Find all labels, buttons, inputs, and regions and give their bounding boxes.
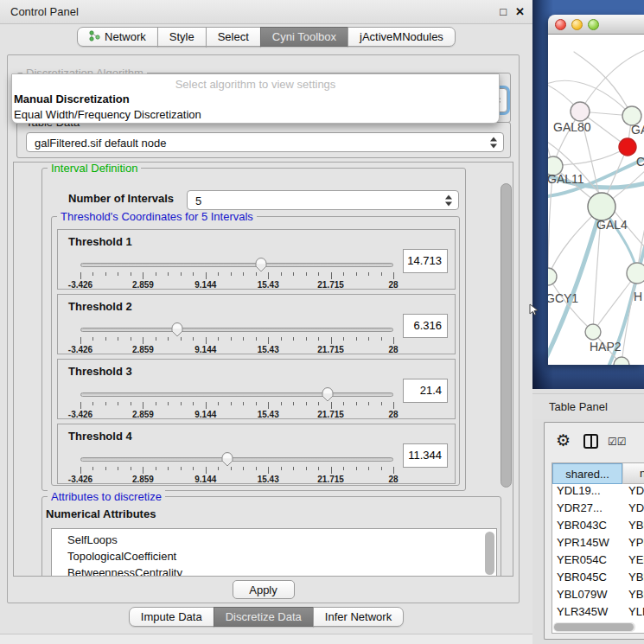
split-view-icon[interactable]	[583, 434, 598, 449]
network-window-titlebar[interactable]	[548, 15, 644, 35]
tab-impute-data[interactable]: Impute Data	[129, 607, 214, 627]
attribute-item-betweennesscentrality[interactable]: BetweennessCentrality	[67, 564, 496, 577]
slider-thumb[interactable]	[171, 322, 183, 337]
tick-mark	[168, 272, 169, 276]
tab-style[interactable]: Style	[157, 27, 207, 47]
table-row[interactable]: YDR27...YDR2	[552, 501, 644, 519]
zoom-traffic-light-icon[interactable]	[588, 19, 599, 30]
apply-button[interactable]: Apply	[233, 580, 295, 599]
tick-label: -3.426	[68, 475, 92, 484]
tick-mark	[231, 467, 232, 470]
tab-jactivemnodules[interactable]: jActiveMNodules	[348, 27, 456, 47]
tab-select[interactable]: Select	[206, 27, 261, 47]
table-cell: YPR1	[622, 536, 644, 553]
tick-mark	[143, 337, 143, 344]
tick-mark	[393, 467, 394, 474]
slider-thumb[interactable]	[221, 452, 233, 467]
hscrollbar-thumb[interactable]	[554, 623, 634, 631]
network-edge[interactable]	[622, 273, 637, 365]
table-column-header-2[interactable]: na	[622, 463, 644, 484]
threshold-panel: Threshold 3-3.4262.8599.14415.4321.71528…	[57, 359, 456, 419]
table-hscrollbar[interactable]	[553, 622, 635, 632]
tick-mark	[156, 272, 156, 276]
table-panel-title: Table Panel	[549, 400, 608, 413]
threshold-value-field[interactable]: 21.4	[403, 379, 448, 403]
tab-cyni-toolbox[interactable]: Cyni Toolbox	[260, 27, 348, 47]
table-row[interactable]: YBL079WYBL0	[552, 588, 644, 605]
list-scrollbar[interactable]	[485, 532, 494, 575]
table-row[interactable]: YPR145WYPR1	[552, 536, 644, 553]
network-node-gal80[interactable]	[571, 102, 590, 121]
network-node-gal4[interactable]	[588, 193, 615, 220]
table-cell: YLR3	[622, 605, 644, 622]
table-rows: YDL19...YDL1YDR27...YDR2YBR043CYBR0YPR14…	[552, 484, 644, 622]
num-intervals-combo[interactable]: 5	[187, 190, 459, 210]
tick-mark	[131, 337, 131, 341]
tick-mark	[356, 467, 357, 470]
tick-label: 15.43	[258, 280, 279, 290]
network-node-label: GAL11	[548, 172, 584, 186]
tick-mark	[218, 467, 219, 470]
network-node-red-node[interactable]	[619, 138, 636, 156]
network-edge[interactable]	[580, 48, 644, 112]
tick-mark	[193, 337, 194, 341]
threshold-slider[interactable]: -3.4262.8599.14415.4321.71528	[80, 321, 393, 354]
thresholds-group: Threshold's Coordinates for 5 Intervals …	[51, 216, 460, 486]
select-columns-icon[interactable]: ☑☑	[608, 436, 627, 448]
interval-definition-group: Interval Definition Number of Intervals …	[41, 168, 466, 491]
slider-thumb[interactable]	[255, 258, 267, 272]
network-icon	[89, 30, 100, 44]
threshold-value-field[interactable]: 14.713	[403, 249, 448, 273]
popup-hint: Select algorithm to view settings	[12, 77, 499, 92]
tick-mark	[92, 272, 93, 276]
tick-mark	[343, 467, 344, 470]
network-node-gcy1[interactable]	[548, 268, 557, 285]
table-row[interactable]: YBR043CYBR0	[552, 519, 644, 536]
popup-option-manual-discretization[interactable]: Manual Discretization	[12, 92, 499, 107]
table-row[interactable]: YBR045CYBR0	[552, 571, 644, 588]
attributes-group-title: Attributes to discretize	[48, 490, 165, 503]
threshold-value-field[interactable]: 6.316	[403, 314, 448, 338]
threshold-label: Threshold 4	[68, 430, 132, 443]
table-header-row: shared...na	[552, 463, 644, 484]
attribute-item-selfloops[interactable]: SelfLoops	[67, 532, 496, 548]
slider-track	[80, 457, 393, 462]
mouse-cursor	[529, 303, 539, 316]
tick-mark	[243, 467, 244, 470]
threshold-value-field[interactable]: 11.344	[403, 443, 448, 468]
tick-label: 9.144	[194, 475, 216, 484]
close-icon[interactable]: ✕	[515, 5, 525, 18]
table-data-combo[interactable]: galFiltered.sif default node	[26, 132, 504, 152]
table-row[interactable]: YER054CYER0	[552, 553, 644, 571]
network-node-h[interactable]	[627, 263, 644, 284]
tick-mark	[393, 272, 394, 279]
threshold-slider[interactable]: -3.4262.8599.14415.4321.71528	[80, 386, 393, 418]
threshold-label: Threshold 2	[68, 300, 132, 313]
network-canvas[interactable]: GAL80GACGAL11GAL4GCY1HHAP2	[548, 35, 644, 365]
table-row[interactable]: YLR345WYLR3	[552, 605, 644, 622]
threshold-slider[interactable]: -3.4262.8599.14415.4321.71528	[80, 256, 393, 289]
popup-option-equal-width-frequency-discretization[interactable]: Equal Width/Frequency Discretization	[12, 107, 499, 123]
gear-icon[interactable]: ⚙	[556, 430, 571, 450]
tick-label: 15.43	[258, 410, 279, 419]
screen: Control Panel □ ✕ NetworkStyleSelectCyni…	[0, 0, 644, 644]
tick-mark	[368, 337, 369, 341]
float-window-icon[interactable]: □	[500, 5, 507, 18]
tab-infer-network[interactable]: Infer Network	[313, 607, 404, 627]
panel-scrollbar[interactable]	[501, 183, 512, 488]
tick-mark	[268, 272, 269, 279]
slider-thumb[interactable]	[322, 387, 334, 402]
table-cell: YDL1	[622, 484, 644, 501]
numerical-attributes-list: SelfLoopsTopologicalCoefficientBetweenne…	[51, 528, 497, 577]
network-node-hap2[interactable]	[585, 324, 601, 340]
minimize-traffic-light-icon[interactable]	[571, 19, 583, 30]
table-column-header-1[interactable]: shared...	[552, 463, 622, 484]
table-cell: YBR043C	[552, 519, 622, 536]
close-traffic-light-icon[interactable]	[555, 19, 566, 30]
tick-mark	[92, 467, 93, 470]
tab-network[interactable]: Network	[77, 27, 158, 47]
table-row[interactable]: YDL19...YDL1	[552, 484, 644, 501]
attribute-item-topologicalcoefficient[interactable]: TopologicalCoefficient	[67, 548, 496, 564]
tab-discretize-data[interactable]: Discretize Data	[214, 607, 314, 627]
threshold-slider[interactable]: -3.4262.8599.14415.4321.71528	[80, 450, 393, 483]
